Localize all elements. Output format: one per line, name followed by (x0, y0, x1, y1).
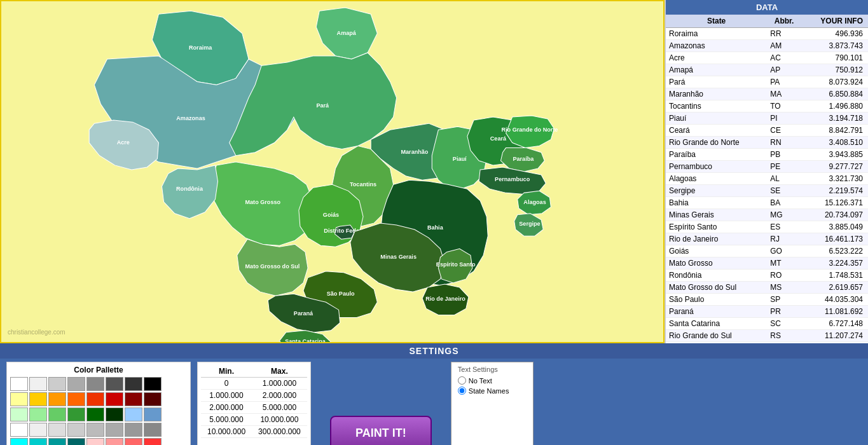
table-cell: SE (767, 185, 801, 197)
no-text-option[interactable]: No Text (458, 376, 527, 385)
state-names-radio[interactable] (458, 387, 466, 395)
palette-color[interactable] (67, 423, 85, 437)
palette-color[interactable] (67, 392, 85, 406)
table-row: Mato GrossoMT3.224.357 (666, 257, 868, 270)
state-rn[interactable] (506, 116, 555, 148)
palette-color[interactable] (29, 392, 47, 406)
palette-color[interactable] (67, 438, 85, 445)
state-sc[interactable] (280, 331, 333, 342)
table-cell: 3.885.049 (801, 221, 868, 233)
palette-row (10, 377, 187, 391)
table-cell: 20.734.097 (801, 209, 868, 221)
state-rj[interactable] (422, 284, 469, 315)
no-text-radio[interactable] (458, 376, 466, 385)
palette-color[interactable] (125, 392, 142, 406)
table-row: AmapáAP750.912 (666, 64, 868, 76)
table-row: TocantinsTO1.496.880 (666, 100, 868, 113)
palette-color[interactable] (86, 407, 104, 421)
palette-color[interactable] (48, 377, 66, 391)
palette-color[interactable] (10, 377, 28, 391)
palette-color[interactable] (106, 377, 123, 391)
table-cell: PB (767, 149, 801, 161)
palette-color[interactable] (125, 407, 142, 421)
table-cell: 1.496.880 (801, 100, 868, 113)
map-area[interactable]: Roraima Amapá Amazonas Pará Maranhão Toc… (0, 0, 665, 343)
table-row: São PauloSP44.035.304 (666, 294, 868, 306)
table-cell: 3.943.885 (801, 149, 868, 161)
palette-color[interactable] (29, 407, 47, 421)
palette-color[interactable] (48, 407, 66, 421)
range-cell: 5.000.000 (201, 414, 252, 426)
table-row: RoraimaRR496.936 (666, 28, 868, 40)
table-row: Rio Grande do SulRS11.207.274 (666, 330, 868, 342)
palette-color[interactable] (10, 423, 28, 437)
table-cell: SC (767, 318, 801, 330)
settings-header: SETTINGS (0, 343, 868, 359)
palette-row (10, 423, 187, 437)
palette-color[interactable] (106, 438, 123, 445)
range-cell: 1.000.000 (201, 390, 252, 402)
palette-color[interactable] (29, 377, 47, 391)
state-amapa[interactable] (316, 8, 377, 59)
palette-grid[interactable] (10, 377, 187, 445)
table-cell: 15.126.371 (801, 197, 868, 209)
palette-color[interactable] (144, 392, 162, 406)
range-max-header: Max. (252, 366, 307, 378)
palette-color[interactable] (48, 423, 66, 437)
state-ms[interactable] (237, 239, 308, 296)
palette-color[interactable] (144, 438, 162, 445)
table-cell: 6.850.884 (801, 88, 868, 100)
palette-color[interactable] (125, 423, 142, 437)
state-pernambuco[interactable] (479, 167, 546, 194)
table-cell: Mato Grosso do Sul (666, 282, 767, 294)
palette-color[interactable] (144, 423, 162, 437)
palette-color[interactable] (125, 377, 142, 391)
palette-color[interactable] (86, 438, 104, 445)
col-state: State (666, 15, 767, 28)
state-rondonia[interactable] (162, 165, 218, 219)
palette-color[interactable] (144, 377, 162, 391)
palette-color[interactable] (144, 407, 162, 421)
table-row: RondôniaRO1.748.531 (666, 270, 868, 282)
table-cell: 8.073.924 (801, 76, 868, 88)
palette-color[interactable] (48, 438, 66, 445)
table-cell: BA (767, 197, 801, 209)
palette-row (10, 438, 187, 445)
paint-button[interactable]: PAINT IT! (330, 416, 432, 446)
table-cell: 790.101 (801, 52, 868, 64)
text-settings-label: Text Settings (458, 366, 527, 373)
palette-color[interactable] (106, 392, 123, 406)
palette-color[interactable] (125, 438, 142, 445)
table-cell: Mato Grosso (666, 257, 767, 270)
palette-color[interactable] (86, 392, 104, 406)
palette-color[interactable] (10, 438, 28, 445)
table-cell: RN (767, 137, 801, 149)
table-cell: Rio Grande do Norte (666, 137, 767, 149)
table-cell: AP (767, 64, 801, 76)
table-cell: 2.619.657 (801, 282, 868, 294)
palette-color[interactable] (10, 392, 28, 406)
palette-color[interactable] (29, 423, 47, 437)
table-cell: Bahia (666, 197, 767, 209)
table-cell: AL (767, 173, 801, 185)
range-cell: 2.000.000 (201, 402, 252, 414)
palette-color[interactable] (106, 407, 123, 421)
palette-color[interactable] (67, 407, 85, 421)
palette-color[interactable] (10, 407, 28, 421)
range-cell: 10.000.000 (201, 426, 252, 438)
palette-color[interactable] (67, 377, 85, 391)
state-mato-grosso[interactable] (210, 162, 313, 245)
palette-color[interactable] (86, 423, 104, 437)
palette-color[interactable] (29, 438, 47, 445)
state-names-option[interactable]: State Names (458, 387, 527, 395)
table-cell: Ceará (666, 125, 767, 137)
palette-color[interactable] (86, 377, 104, 391)
range-min-header: Min. (201, 366, 252, 378)
table-row: MaranhãoMA6.850.884 (666, 88, 868, 100)
table-cell: 3.321.730 (801, 173, 868, 185)
table-cell: 3.224.357 (801, 257, 868, 270)
state-alagoas[interactable] (518, 191, 551, 214)
palette-color[interactable] (106, 423, 123, 437)
state-sergipe[interactable] (514, 214, 544, 236)
palette-color[interactable] (48, 392, 66, 406)
